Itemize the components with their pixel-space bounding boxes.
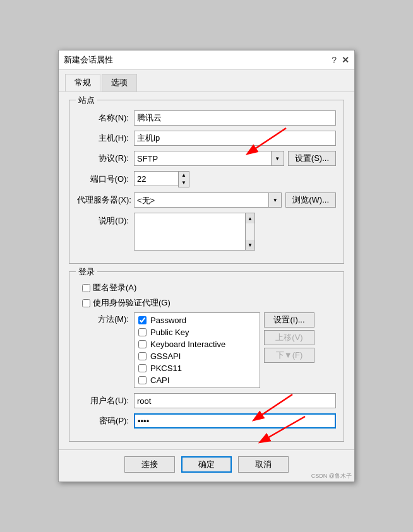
method-label-keyboard: Keyboard Interactive [150,340,225,349]
username-label: 用户名(U): [77,395,134,406]
desc-row: 说明(D): ▲ ▼ [77,213,336,251]
method-settings-button[interactable]: 设置(I)... [264,312,314,328]
watermark: CSDN @鲁木子 [311,472,352,480]
protocol-label: 协议(R): [77,153,134,164]
dialog-footer: 连接 确定 取消 [59,449,354,482]
proxy-label: 代理服务器(X): [77,194,134,206]
tabs-bar: 常规 选项 [59,70,354,92]
method-checkbox-gssapi[interactable] [138,352,147,360]
method-list: Password Public Key Keyboard Interactive… [134,312,260,388]
password-label: 密码(P): [77,415,134,427]
close-icon[interactable]: ✕ [342,55,349,65]
method-item-publickey[interactable]: Public Key [135,326,260,338]
proxy-select[interactable]: <无> [134,192,269,208]
protocol-settings-button[interactable]: 设置(S)... [288,151,336,166]
port-spin-arrows: ▲ ▼ [178,171,189,187]
protocol-select-wrapper: SFTP FTP SCP FTPS ▼ [134,151,284,166]
method-up-button[interactable]: 上移(V) [264,330,314,345]
method-buttons: 设置(I)... 上移(V) 下▼(F) [264,312,314,363]
method-checkbox-publickey[interactable] [138,328,147,336]
protocol-row: 协议(R): SFTP FTP SCP FTPS ▼ 设置(S)... [77,151,336,166]
method-checkbox-password[interactable] [138,316,147,324]
login-section: 登录 匿名登录(A) 使用身份验证代理(G) 方法(M): Password [69,271,344,442]
name-control [134,110,336,126]
proxy-auth-checkbox[interactable] [82,299,90,307]
protocol-control: SFTP FTP SCP FTPS ▼ 设置(S)... [134,151,336,166]
username-control [134,393,336,408]
connect-button[interactable]: 连接 [124,456,175,473]
desc-scroll-up[interactable]: ▲ [246,213,254,223]
method-label-publickey: Public Key [150,328,189,337]
port-control: ▲ ▼ [134,171,336,187]
anonymous-checkbox[interactable] [82,284,90,292]
port-input[interactable] [134,171,178,186]
desc-textarea[interactable] [134,213,245,251]
desc-label: 说明(D): [77,213,134,227]
method-label-password: Password [150,316,186,325]
ok-button[interactable]: 确定 [181,456,232,473]
dialog-title: 新建会话属性 [64,54,113,66]
password-row: 密码(P): [77,413,336,429]
port-row: 端口号(O): ▲ ▼ [77,171,336,187]
method-down-button[interactable]: 下▼(F) [264,348,314,363]
anonymous-row: 匿名登录(A) [82,282,336,293]
name-row: 名称(N): [77,110,336,126]
password-input[interactable] [134,413,336,429]
proxy-row: 代理服务器(X): <无> ▼ 浏览(W)... [77,192,336,208]
site-section: 站点 名称(N): 主机(H): 协议(R): [69,100,344,264]
host-row: 主机(H): [77,131,336,146]
method-label-pkcs11: PKCS11 [150,364,182,373]
proxy-select-wrapper: <无> ▼ [134,192,282,208]
method-checkbox-pkcs11[interactable] [138,364,147,372]
desc-control: ▲ ▼ [134,213,336,251]
method-item-keyboard[interactable]: Keyboard Interactive [135,338,260,350]
proxy-dropdown-arrow[interactable]: ▼ [269,192,282,208]
method-label-gssapi: GSSAPI [150,352,181,361]
title-bar: 新建会话属性 ? ✕ [59,50,354,70]
proxy-control: <无> ▼ 浏览(W)... [134,192,336,208]
desc-scroll-down[interactable]: ▼ [246,240,254,250]
help-icon[interactable]: ? [332,55,337,65]
protocol-dropdown-arrow[interactable]: ▼ [272,151,284,166]
method-item-password[interactable]: Password [135,314,260,326]
anonymous-label: 匿名登录(A) [93,282,136,293]
login-section-title: 登录 [76,266,97,278]
desc-scrollbar: ▲ ▼ [245,213,255,251]
host-label: 主机(H): [77,133,134,144]
method-item-gssapi[interactable]: GSSAPI [135,350,260,362]
name-label: 名称(N): [77,112,134,124]
title-controls: ? ✕ [332,55,349,65]
method-label: 方法(M): [77,312,134,325]
protocol-select[interactable]: SFTP FTP SCP FTPS [134,151,272,166]
tab-options[interactable]: 选项 [102,74,137,92]
host-input[interactable] [134,131,336,146]
proxy-auth-row: 使用身份验证代理(G) [82,297,336,309]
site-section-title: 站点 [76,95,97,106]
tab-general[interactable]: 常规 [65,74,100,92]
port-down-arrow[interactable]: ▼ [179,179,189,187]
cancel-button[interactable]: 取消 [238,456,289,473]
port-spinner: ▲ ▼ [134,171,189,187]
method-label-capi: CAPI [150,375,169,385]
name-input[interactable] [134,110,336,126]
proxy-auth-label: 使用身份验证代理(G) [93,297,171,309]
proxy-browse-button[interactable]: 浏览(W)... [285,192,336,208]
desc-scroll-area: ▲ ▼ [134,213,255,251]
main-dialog: 新建会话属性 ? ✕ 常规 选项 站点 名称(N): 主机(H): [58,50,355,482]
username-input[interactable] [134,393,336,408]
port-label: 端口号(O): [77,174,134,185]
method-row: 方法(M): Password Public Key Keyboard Inte… [77,312,336,388]
method-item-capi[interactable]: CAPI [135,374,260,386]
dialog-body: 站点 名称(N): 主机(H): 协议(R): [59,92,354,449]
host-control [134,131,336,146]
port-up-arrow[interactable]: ▲ [179,172,189,179]
method-checkbox-keyboard[interactable] [138,340,147,348]
method-checkbox-capi[interactable] [138,376,147,384]
method-item-pkcs11[interactable]: PKCS11 [135,362,260,374]
password-control [134,413,336,429]
username-row: 用户名(U): [77,393,336,408]
